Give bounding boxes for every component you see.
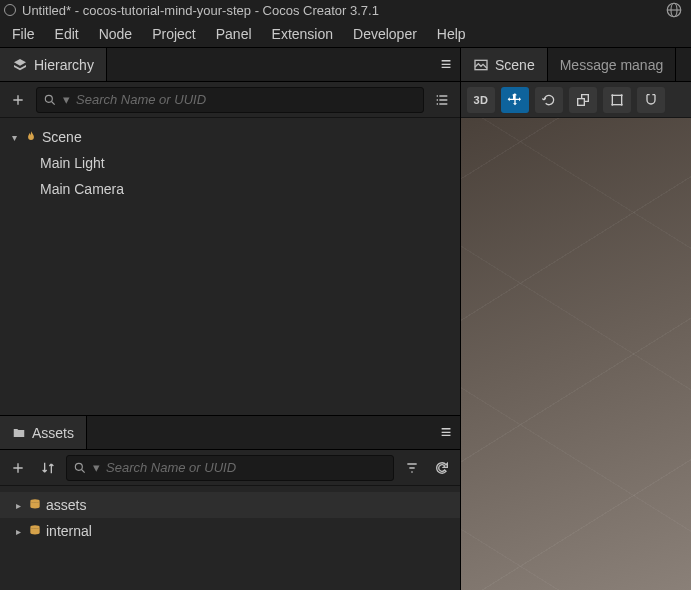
tab-message-manager[interactable]: Message manag [548,48,677,81]
assets-search: ▾ [66,455,394,481]
svg-point-3 [75,463,82,470]
svg-point-11 [611,103,613,105]
toolbar-divider [671,87,685,113]
database-icon [28,498,42,512]
db-assets[interactable]: ▸ assets [0,492,460,518]
hierarchy-toolbar: ▾ [0,82,460,118]
node-label: Main Camera [40,181,124,197]
list-view-toggle[interactable] [430,88,454,112]
scene-tab-icon [473,57,489,73]
tab-assets[interactable]: Assets [0,416,87,449]
database-icon [28,524,42,538]
svg-point-12 [621,103,623,105]
scene-root[interactable]: ▾ Scene [0,124,460,150]
search-icon [73,461,87,475]
snap-tool[interactable] [637,87,665,113]
app-icon [4,4,16,16]
view-3d-toggle[interactable]: 3D [467,87,495,113]
db-internal-label: internal [46,523,92,539]
svg-rect-7 [578,98,585,105]
node-label: Main Light [40,155,105,171]
tab-hierarchy-label: Hierarchy [34,57,94,73]
scene-icon [24,130,38,144]
assets-panel: Assets ≡ ▾ [0,415,460,590]
tab-hierarchy[interactable]: Hierarchy [0,48,107,81]
layers-icon [12,57,28,73]
menu-developer[interactable]: Developer [343,22,427,46]
db-assets-label: assets [46,497,86,513]
tab-message-label: Message manag [560,57,664,73]
db-internal[interactable]: ▸ internal [0,518,460,544]
add-asset-button[interactable] [6,456,30,480]
scene-viewport[interactable] [461,118,691,590]
scene-tabs: Scene Message manag [461,48,691,82]
viewport-toolbar: 3D [461,82,691,118]
assets-panel-menu[interactable]: ≡ [432,416,460,449]
assets-tree: ▸ assets ▸ internal [0,486,460,590]
node-main-camera[interactable]: Main Camera [0,176,460,202]
sort-button[interactable] [36,456,60,480]
assets-toolbar: ▾ [0,450,460,486]
title-bar: Untitled* - cocos-tutorial-mind-your-ste… [0,0,691,20]
rotate-tool[interactable] [535,87,563,113]
menu-help[interactable]: Help [427,22,476,46]
search-icon [43,93,57,107]
menu-file[interactable]: File [2,22,45,46]
menu-bar: File Edit Node Project Panel Extension D… [0,20,691,48]
svg-point-5 [30,525,39,529]
refresh-button[interactable] [430,456,454,480]
folder-icon [12,426,26,440]
move-tool[interactable] [501,87,529,113]
chevron-down-icon[interactable]: ▾ [8,132,20,143]
chevron-right-icon[interactable]: ▸ [12,526,24,537]
svg-rect-8 [612,95,621,104]
menu-edit[interactable]: Edit [45,22,89,46]
chevron-right-icon[interactable]: ▸ [12,500,24,511]
tab-scene[interactable]: Scene [461,48,548,81]
svg-point-2 [45,95,52,102]
scene-label: Scene [42,129,82,145]
globe-icon[interactable] [661,1,687,19]
menu-node[interactable]: Node [89,22,142,46]
assets-search-input[interactable] [106,460,387,475]
scale-tool[interactable] [569,87,597,113]
hierarchy-tabs: Hierarchy ≡ [0,48,460,82]
hierarchy-search: ▾ [36,87,424,113]
hierarchy-search-input[interactable] [76,92,417,107]
hierarchy-panel-menu[interactable]: ≡ [432,48,460,81]
hierarchy-tree: ▾ Scene Main Light Main Camera [0,118,460,415]
tab-scene-label: Scene [495,57,535,73]
assets-tabs: Assets ≡ [0,416,460,450]
filter-button[interactable] [400,456,424,480]
menu-panel[interactable]: Panel [206,22,262,46]
window-title: Untitled* - cocos-tutorial-mind-your-ste… [22,3,379,18]
svg-point-4 [30,499,39,503]
svg-point-10 [621,94,623,96]
menu-extension[interactable]: Extension [262,22,343,46]
add-node-button[interactable] [6,88,30,112]
tab-assets-label: Assets [32,425,74,441]
svg-point-9 [611,94,613,96]
rect-tool[interactable] [603,87,631,113]
menu-project[interactable]: Project [142,22,206,46]
node-main-light[interactable]: Main Light [0,150,460,176]
